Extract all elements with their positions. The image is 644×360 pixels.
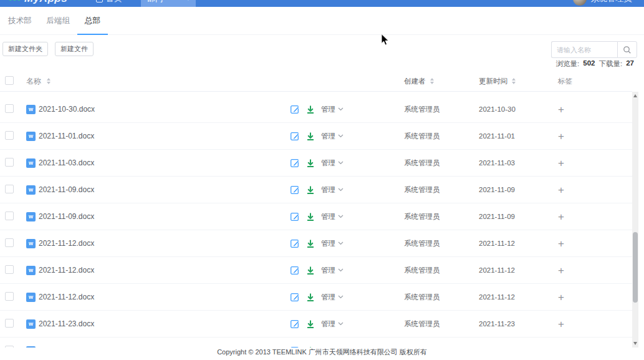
app-logo[interactable]: MyApps (9, 0, 77, 5)
column-header-creator[interactable]: 创建者 (404, 77, 426, 85)
search-button[interactable] (617, 41, 637, 58)
add-tag-button[interactable]: + (558, 212, 564, 222)
sort-icon[interactable] (430, 78, 434, 84)
manage-dropdown[interactable]: 管理 (321, 239, 344, 248)
table-row: w 2021-11-09.docx 管理 (0, 177, 632, 203)
download-button[interactable] (306, 105, 315, 114)
download-button[interactable] (306, 239, 315, 248)
mouse-cursor (381, 34, 390, 48)
download-button[interactable] (306, 293, 315, 302)
download-icon (306, 105, 315, 114)
sort-icon[interactable] (512, 78, 516, 84)
chevron-down-icon (338, 107, 344, 111)
manage-dropdown[interactable]: 管理 (321, 132, 344, 141)
department-tabs: 技术部 后端组 总部 (0, 7, 644, 35)
add-tag-button[interactable]: + (558, 265, 564, 276)
chevron-down-icon (338, 295, 344, 299)
download-icon (306, 319, 315, 329)
file-name[interactable]: 2021-11-03.docx (39, 158, 94, 167)
nav-item-home[interactable]: 首页 (91, 0, 127, 7)
manage-dropdown[interactable]: 管理 (321, 105, 344, 114)
sort-icon[interactable] (47, 78, 50, 84)
edit-button[interactable] (290, 292, 300, 302)
row-checkbox[interactable] (5, 158, 14, 167)
manage-dropdown[interactable]: 管理 (321, 158, 344, 168)
manage-label: 管理 (321, 319, 335, 329)
edit-button[interactable] (290, 185, 300, 195)
file-name[interactable]: 2021-11-12.docx (39, 239, 94, 248)
toolbar: 新建文件夹 新建文件 (2, 42, 94, 56)
file-name[interactable]: 2021-11-09.docx (39, 212, 94, 221)
download-button[interactable] (306, 319, 315, 329)
download-button[interactable] (306, 132, 315, 141)
download-button[interactable] (306, 185, 315, 195)
table-row: w 2021-11-09.docx 管理 (0, 203, 632, 230)
file-name[interactable]: 2021-11-12.docx (39, 293, 94, 301)
tab-tech-dept[interactable]: 技术部 (0, 7, 39, 35)
edit-button[interactable] (290, 104, 300, 114)
new-file-button[interactable]: 新建文件 (55, 42, 94, 56)
download-button[interactable] (306, 212, 315, 221)
manage-label: 管理 (321, 239, 335, 248)
file-name[interactable]: 2021-11-12.docx (39, 266, 94, 275)
row-checkbox[interactable] (5, 131, 14, 140)
department-dropdown[interactable]: 部门 ▾ (141, 0, 196, 7)
edit-icon (290, 158, 300, 168)
search-input[interactable] (551, 41, 617, 58)
file-name[interactable]: 2021-11-23.docx (39, 319, 94, 328)
manage-dropdown[interactable]: 管理 (321, 293, 344, 302)
tab-headquarters[interactable]: 总部 (77, 7, 108, 35)
user-menu[interactable]: 系统管理员 ˇ (573, 0, 638, 6)
manage-dropdown[interactable]: 管理 (321, 319, 344, 329)
row-checkbox[interactable] (5, 319, 14, 328)
tab-backend-group[interactable]: 后端组 (39, 7, 78, 35)
download-button[interactable] (306, 266, 315, 275)
edit-button[interactable] (290, 158, 300, 168)
views-label: 浏览量: (556, 59, 580, 69)
row-checkbox[interactable] (5, 212, 14, 220)
row-checkbox[interactable] (5, 238, 14, 247)
edit-button[interactable] (290, 238, 300, 248)
add-tag-button[interactable]: + (558, 158, 564, 168)
downloads-value: 27 (626, 59, 634, 69)
row-checkbox[interactable] (5, 104, 14, 113)
manage-label: 管理 (321, 185, 335, 195)
new-folder-button[interactable]: 新建文件夹 (2, 42, 48, 56)
edit-button[interactable] (290, 319, 300, 329)
add-tag-button[interactable]: + (558, 185, 564, 195)
column-header-updated[interactable]: 更新时间 (479, 77, 507, 85)
row-checkbox[interactable] (5, 185, 14, 193)
scroll-down-icon[interactable] (633, 342, 637, 345)
manage-dropdown[interactable]: 管理 (321, 185, 344, 195)
chevron-down-icon (338, 215, 344, 218)
updated-cell: 2021-11-01 (479, 132, 558, 140)
top-navbar: MyApps 首页 部门 ▾ 系统管理员 ˇ (0, 0, 644, 7)
manage-dropdown[interactable]: 管理 (321, 266, 344, 275)
row-checkbox[interactable] (5, 265, 14, 274)
manage-label: 管理 (321, 132, 335, 141)
table-row: w 2021-11-23.docx 管理 (0, 311, 632, 338)
scrollbar-thumb[interactable] (633, 232, 638, 303)
add-tag-button[interactable]: + (558, 131, 564, 142)
add-tag-button[interactable]: + (558, 104, 564, 115)
row-checkbox[interactable] (5, 292, 14, 301)
file-name[interactable]: 2021-11-09.docx (39, 185, 94, 194)
add-tag-button[interactable]: + (558, 292, 564, 303)
select-all-checkbox[interactable] (5, 76, 14, 85)
edit-button[interactable] (290, 265, 300, 275)
chevron-down-icon (338, 188, 344, 192)
scroll-up-icon[interactable] (633, 94, 637, 97)
add-tag-button[interactable]: + (558, 238, 564, 249)
updated-cell: 2021-11-09 (479, 186, 558, 193)
vertical-scrollbar[interactable] (632, 92, 638, 348)
file-name[interactable]: 2021-11-01.docx (39, 132, 94, 140)
edit-button[interactable] (290, 131, 300, 141)
manage-label: 管理 (321, 105, 335, 114)
column-header-name[interactable]: 名称 (26, 76, 41, 87)
add-tag-button[interactable]: + (558, 319, 564, 329)
chevron-down-icon: ▾ (186, 0, 190, 2)
edit-button[interactable] (290, 212, 300, 221)
file-name[interactable]: 2021-10-30.docx (39, 105, 95, 114)
download-button[interactable] (306, 158, 315, 168)
manage-dropdown[interactable]: 管理 (321, 212, 344, 221)
